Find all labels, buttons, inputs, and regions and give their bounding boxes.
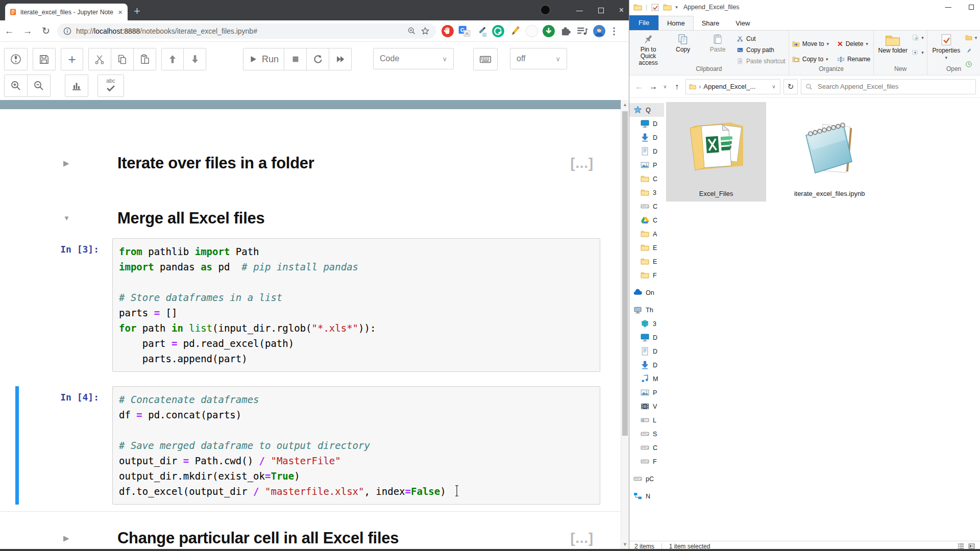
sidebar-item-folder[interactable]: A: [629, 227, 664, 241]
cut-button[interactable]: Cut: [737, 34, 786, 44]
file-name[interactable]: iterate_excel_files.ipynb: [794, 190, 865, 197]
notebook-scrollbar[interactable]: ▲ ▼: [621, 100, 629, 551]
collapse-arrow-icon[interactable]: ▶: [63, 534, 72, 543]
copy-cells-button[interactable]: [111, 48, 134, 70]
sidebar-item-videos[interactable]: V: [629, 399, 664, 413]
tab-view[interactable]: View: [727, 16, 758, 30]
breadcrumb-path[interactable]: Append_Excel_...: [703, 83, 768, 90]
save-button[interactable]: [33, 48, 56, 70]
browser-maximize-button[interactable]: [598, 8, 604, 13]
thumbnail-view-icon[interactable]: [968, 543, 975, 549]
translate-icon[interactable]: GA: [458, 24, 471, 38]
bookmark-star-icon[interactable]: [421, 27, 430, 36]
sidebar-item-drive[interactable]: pC: [629, 472, 664, 486]
tab-home[interactable]: Home: [658, 16, 694, 30]
copy-button[interactable]: Copy: [667, 32, 699, 53]
easy-access-button[interactable]: ▾: [912, 47, 924, 58]
stop-button[interactable]: [284, 48, 307, 70]
nav-history-chevron-icon[interactable]: ∨: [662, 84, 668, 89]
sidebar-item-quick-access[interactable]: Q: [629, 103, 664, 117]
properties-check-icon[interactable]: [651, 3, 659, 12]
color-picker-icon[interactable]: [475, 24, 488, 38]
nav-back-button[interactable]: ←: [633, 82, 645, 91]
breadcrumb-dropdown-icon[interactable]: ∨: [771, 84, 777, 89]
nav-forward-button[interactable]: →: [648, 82, 659, 91]
reload-button[interactable]: ↻: [37, 25, 55, 37]
playlist-icon[interactable]: [576, 24, 589, 38]
delete-button[interactable]: ✕ Delete▾: [837, 39, 870, 49]
page-info-icon[interactable]: [63, 27, 71, 35]
sidebar-item-onedrive[interactable]: On: [629, 286, 664, 299]
search-box[interactable]: [801, 79, 976, 94]
paste-button[interactable]: Paste: [702, 32, 733, 53]
blank-extension-icon[interactable]: [525, 24, 538, 38]
move-cell-down-button[interactable]: [184, 48, 206, 70]
new-folder-qat-icon[interactable]: [663, 3, 672, 12]
collapsed-ellipsis[interactable]: [...]: [571, 530, 594, 546]
section-heading[interactable]: Iterate over files in a folder: [117, 154, 314, 172]
sidebar-item-drive[interactable]: S: [629, 427, 664, 441]
details-view-icon[interactable]: [958, 543, 964, 549]
restart-run-all-button[interactable]: [329, 48, 352, 70]
sidebar-item-desktop[interactable]: D: [629, 117, 664, 131]
nav-up-button[interactable]: ↑: [671, 82, 682, 91]
paste-cells-button[interactable]: [134, 48, 156, 70]
sidebar-item-network[interactable]: N: [629, 489, 664, 503]
section-heading[interactable]: Merge all Excel files: [117, 209, 264, 228]
code-editor[interactable]: from pathlib import Pathimport pandas as…: [112, 238, 600, 372]
new-tab-button[interactable]: +: [134, 5, 140, 18]
sidebar-item-google-drive[interactable]: C: [629, 213, 664, 227]
extensions-puzzle-icon[interactable]: [559, 24, 572, 38]
scrollbar-thumb[interactable]: [622, 111, 628, 436]
sidebar-item-3d-objects[interactable]: 3: [629, 317, 664, 331]
code-editor[interactable]: # Concatenate dataframesdf = pd.concat(p…: [112, 386, 600, 505]
pin-to-quick-access-button[interactable]: Pin to Quick access: [632, 32, 664, 66]
adblock-hand-icon[interactable]: [441, 24, 454, 38]
spellcheck-toggle-button[interactable]: abc: [97, 74, 124, 97]
jupyter-extension-button[interactable]: [4, 48, 28, 70]
refresh-button[interactable]: ↻: [783, 79, 798, 94]
scroll-up-icon[interactable]: ▲: [621, 102, 629, 107]
sidebar-item-desktop[interactable]: D: [629, 331, 664, 344]
sidebar-item-folder[interactable]: F: [629, 268, 664, 282]
sidebar-item-this-pc[interactable]: Th: [629, 303, 664, 317]
sidebar-item-local-disk[interactable]: L: [629, 413, 664, 427]
copy-path-button[interactable]: Copy path: [737, 45, 786, 55]
sidebar-item-downloads[interactable]: D: [629, 131, 664, 144]
cell-type-select[interactable]: Code ∨: [373, 48, 454, 69]
sidebar-item-drive[interactable]: C: [629, 441, 664, 455]
zoom-page-icon[interactable]: [407, 27, 416, 35]
browser-menu-icon[interactable]: ⋮: [609, 26, 618, 37]
grammarly-icon[interactable]: [492, 24, 505, 38]
sidebar-item-folder[interactable]: E: [629, 241, 664, 255]
zoom-out-button[interactable]: [28, 74, 51, 97]
sidebar-item-pictures[interactable]: P: [629, 158, 664, 172]
download-extension-icon[interactable]: [542, 24, 555, 38]
open-button[interactable]: ▾: [965, 33, 977, 43]
tab-share[interactable]: Share: [694, 16, 728, 30]
tab-close-icon[interactable]: ×: [117, 8, 124, 16]
sidebar-item-music[interactable]: M: [629, 372, 664, 386]
pencil-extension-icon[interactable]: [508, 24, 522, 38]
section-heading[interactable]: Change particular cell in all Excel file…: [117, 529, 399, 547]
new-folder-button[interactable]: New folder: [877, 32, 909, 54]
sidebar-item-documents[interactable]: D: [629, 344, 664, 358]
address-bar[interactable]: http://localhost:8888/notebooks/iterate_…: [57, 23, 436, 39]
properties-button[interactable]: Properties ▾: [930, 32, 962, 60]
move-to-button[interactable]: Move to▾: [792, 39, 829, 49]
chart-button[interactable]: [65, 74, 88, 97]
sidebar-item-folder[interactable]: C: [629, 172, 664, 186]
expand-arrow-icon[interactable]: ▼: [63, 214, 72, 222]
sidebar-item-downloads[interactable]: D: [629, 358, 664, 372]
sidebar-item-folder[interactable]: 3: [629, 186, 664, 199]
run-button[interactable]: Run: [243, 48, 284, 70]
back-button[interactable]: ←: [0, 26, 18, 37]
browser-minimize-button[interactable]: —: [576, 7, 583, 14]
zoom-in-button[interactable]: [4, 74, 28, 97]
rename-button[interactable]: Rename: [837, 54, 870, 64]
tab-file[interactable]: File: [629, 15, 658, 30]
forward-button[interactable]: →: [18, 26, 37, 37]
scroll-down-icon[interactable]: ▼: [621, 542, 629, 547]
sidebar-item-folder[interactable]: E: [629, 255, 664, 268]
edit-button[interactable]: [965, 46, 977, 56]
